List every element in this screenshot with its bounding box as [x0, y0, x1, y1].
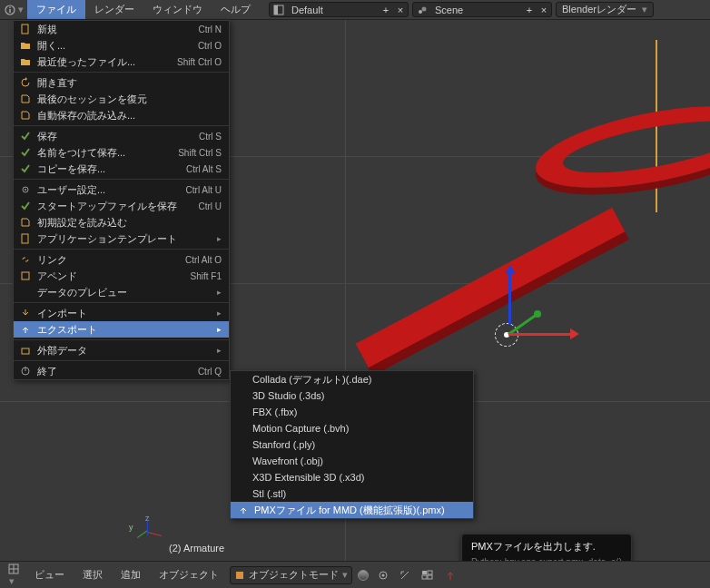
svg-point-5: [419, 10, 422, 14]
scene-add-button[interactable]: +: [522, 3, 537, 17]
layout-name-input[interactable]: [288, 5, 379, 15]
submenu-arrow-icon: ▸: [217, 346, 222, 355]
gear-icon: [19, 183, 32, 196]
menubar: ▾ ファイル レンダー ウィンドウ ヘルプ: [0, 0, 260, 19]
menu-view[interactable]: ビュー: [27, 565, 72, 584]
menu-item-quit[interactable]: 終了 Ctrl Q: [14, 363, 229, 379]
blank-icon: [19, 286, 32, 299]
recover-icon: [19, 216, 32, 229]
refresh-icon: [19, 76, 32, 89]
manipulator-toggle[interactable]: [396, 567, 414, 583]
menu-item-preview[interactable]: データのプレビュー ▸: [14, 284, 229, 300]
menu-item-export[interactable]: エクスポート ▸: [14, 321, 229, 338]
svg-point-6: [422, 6, 427, 11]
render-engine-label: Blenderレンダー: [562, 3, 636, 16]
menu-item-import[interactable]: インポート ▸: [14, 305, 229, 321]
svg-point-18: [382, 573, 385, 576]
gizmo-z-arrow-icon[interactable]: [505, 265, 516, 274]
menu-window[interactable]: ウィンドウ: [143, 0, 212, 19]
menu-file[interactable]: ファイル: [27, 0, 85, 19]
menu-item-save-startup[interactable]: スタートアップファイルを保存 Ctrl U: [14, 198, 229, 214]
menu-item-savecopy[interactable]: コピーを保存... Ctrl Alt S: [14, 161, 229, 177]
export-obj[interactable]: Wavefront (.obj): [231, 453, 473, 469]
folder-open-icon: [19, 39, 32, 52]
document-icon: [19, 232, 32, 245]
svg-rect-7: [22, 24, 28, 34]
check-icon: [19, 200, 32, 212]
dropdown-triangle-icon: ▾: [642, 4, 647, 15]
menu-item-link[interactable]: リンク Ctrl Alt O: [14, 251, 229, 268]
info-icon: [4, 4, 16, 16]
scene-browse-icon[interactable]: [413, 3, 431, 17]
export-x3d[interactable]: X3D Extensible 3D (.x3d): [231, 469, 473, 485]
layout-delete-button[interactable]: ×: [393, 3, 408, 17]
gizmo-y-arrow-icon[interactable]: [534, 310, 541, 318]
menu-item-save[interactable]: 保存 Ctrl S: [14, 128, 229, 144]
menu-item-recent[interactable]: 最近使ったファイル... Shift Ctrl O: [14, 54, 229, 70]
menu-item-app-template[interactable]: アプリケーションテンプレート ▸: [14, 230, 229, 247]
svg-rect-12: [22, 348, 29, 354]
render-engine-selector[interactable]: Blenderレンダー ▾: [556, 2, 654, 17]
export-submenu: Collada (デフォルト)(.dae) 3D Studio (.3ds) F…: [230, 370, 474, 519]
menu-item-autosave[interactable]: 自動保存の読み込み...: [14, 107, 229, 123]
pivot-selector[interactable]: [374, 567, 392, 583]
layout-add-button[interactable]: +: [379, 3, 393, 17]
mesh-object-ring[interactable]: [536, 92, 710, 203]
export-3ds[interactable]: 3D Studio (.3ds): [231, 387, 473, 404]
menu-help[interactable]: ヘルプ: [212, 0, 260, 19]
editor-type-icon[interactable]: ▾: [4, 560, 24, 588]
scene-delete-button[interactable]: ×: [537, 3, 551, 17]
scene-name-input[interactable]: [431, 5, 522, 15]
svg-rect-10: [22, 234, 28, 243]
svg-rect-20: [428, 571, 432, 574]
dropdown-triangle-icon: ▾: [9, 575, 15, 586]
mode-label: オブジェクトモード: [249, 568, 339, 582]
menu-object[interactable]: オブジェクト: [152, 565, 226, 584]
layers-button[interactable]: [418, 567, 438, 583]
info-editor-icon[interactable]: ▾: [0, 0, 27, 19]
gizmo-z-axis[interactable]: [508, 270, 511, 324]
menu-item-userpref[interactable]: ユーザー設定... Ctrl Alt U: [14, 181, 229, 198]
export-pmx[interactable]: PMXファイル for MMD (機能拡張版)(.pmx): [231, 502, 473, 518]
menu-item-new[interactable]: 新規 Ctrl N: [14, 21, 229, 37]
mini-axes-indicator: z y: [136, 517, 163, 544]
check-icon: [19, 162, 32, 175]
link-icon: [19, 253, 32, 266]
top-menubar: ▾ ファイル レンダー ウィンドウ ヘルプ + × + × Blenderレンダ…: [0, 0, 710, 20]
screen-layout-selector[interactable]: + ×: [269, 2, 409, 17]
export-ply[interactable]: Stanford (.ply): [231, 436, 473, 453]
svg-rect-2: [9, 6, 10, 7]
svg-rect-19: [422, 571, 427, 574]
dropdown-triangle-icon: ▾: [18, 4, 24, 15]
menu-render[interactable]: レンダー: [85, 0, 143, 19]
folder-open-icon: [19, 55, 32, 68]
menu-select[interactable]: 選択: [75, 565, 110, 584]
gizmo-x-arrow-icon[interactable]: [570, 328, 579, 339]
external-icon: [19, 344, 32, 357]
menu-item-last-session[interactable]: 最後のセッションを復元: [14, 91, 229, 107]
export-fbx[interactable]: FBX (.fbx): [231, 404, 473, 420]
svg-rect-21: [422, 575, 427, 579]
svg-rect-4: [274, 5, 278, 15]
transform-orientation[interactable]: [441, 567, 459, 583]
layout-browse-icon[interactable]: [270, 3, 288, 17]
export-bvh[interactable]: Motion Capture (.bvh): [231, 420, 473, 436]
export-collada[interactable]: Collada (デフォルト)(.dae): [231, 371, 473, 387]
menu-item-open[interactable]: 開く... Ctrl O: [14, 37, 229, 54]
scene-selector[interactable]: + ×: [412, 2, 552, 17]
export-pmx-label: PMXファイル for MMD (機能拡張版)(.pmx): [254, 504, 445, 517]
menu-add[interactable]: 追加: [113, 565, 148, 584]
menu-item-external[interactable]: 外部データ ▸: [14, 342, 229, 358]
submenu-arrow-icon: ▸: [217, 309, 222, 318]
shading-solid-icon[interactable]: [358, 570, 369, 581]
gizmo-x-axis[interactable]: [508, 333, 574, 336]
recover-icon: [19, 109, 32, 122]
export-stl[interactable]: Stl (.stl): [231, 485, 473, 502]
menu-item-saveas[interactable]: 名前をつけて保存... Shift Ctrl S: [14, 144, 229, 161]
svg-rect-14: [25, 367, 26, 371]
menu-item-load-factory[interactable]: 初期設定を読み込む: [14, 214, 229, 230]
menu-item-append[interactable]: アペンド Shift F1: [14, 268, 229, 284]
transform-gizmo[interactable]: [490, 319, 572, 374]
mode-selector[interactable]: オブジェクトモード ▾: [230, 566, 352, 584]
menu-item-reopen[interactable]: 開き直す: [14, 74, 229, 91]
